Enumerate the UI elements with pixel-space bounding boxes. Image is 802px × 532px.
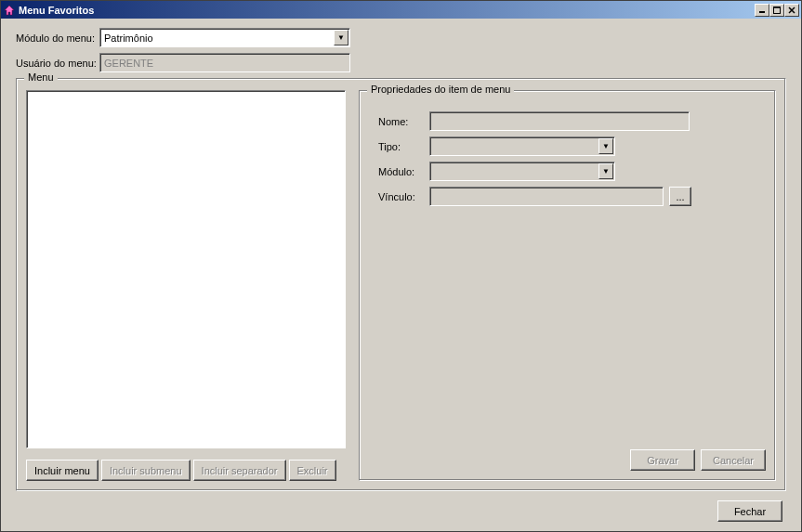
- nome-row: Nome:: [378, 111, 756, 131]
- footer: Fechar: [16, 491, 786, 522]
- tipo-input: [429, 136, 615, 156]
- home-icon: [3, 4, 16, 17]
- close-button[interactable]: [784, 4, 799, 17]
- tipo-label: Tipo:: [378, 141, 429, 152]
- modulo-combo[interactable]: ▼: [429, 162, 615, 181]
- modulo-menu-row: Módulo do menu: ▼: [16, 28, 786, 47]
- tipo-combo[interactable]: ▼: [429, 136, 615, 156]
- fechar-button[interactable]: Fechar: [717, 500, 782, 522]
- nome-input: [429, 111, 690, 131]
- modulo-row: Módulo: ▼: [378, 162, 756, 181]
- props-buttons: Gravar Cancelar: [630, 449, 766, 471]
- vinculo-input: [429, 187, 664, 206]
- props-inner: Nome: Tipo: ▼ Módulo: [369, 102, 766, 206]
- vinculo-row: Vínculo: ...: [378, 187, 756, 206]
- svg-marker-0: [5, 6, 14, 15]
- incluir-submenu-button: Incluir submenu: [101, 460, 191, 481]
- vinculo-label: Vínculo:: [378, 191, 429, 202]
- incluir-menu-button[interactable]: Incluir menu: [26, 460, 99, 481]
- window-title: Menu Favoritos: [19, 5, 755, 16]
- usuario-menu-input: [99, 53, 350, 72]
- modulo-menu-label: Módulo do menu:: [16, 32, 99, 44]
- minimize-button[interactable]: [755, 4, 769, 17]
- modulo-label: Módulo:: [378, 166, 429, 177]
- chevron-down-icon[interactable]: ▼: [598, 163, 613, 179]
- menu-left-column: Incluir menu Incluir submenu Incluir sep…: [26, 90, 346, 481]
- excluir-button: Excluir: [289, 460, 336, 481]
- window-controls: [755, 4, 799, 17]
- menu-content: Incluir menu Incluir submenu Incluir sep…: [26, 90, 776, 481]
- props-fieldset: Propriedades do item de menu Nome: Tipo:: [359, 90, 776, 481]
- vinculo-browse-button[interactable]: ...: [669, 187, 691, 206]
- incluir-separador-button: Incluir separador: [193, 460, 286, 481]
- menu-fieldset: Menu Incluir menu Incluir submenu Inclui…: [16, 78, 786, 491]
- modulo-input: [429, 162, 615, 181]
- tipo-row: Tipo: ▼: [378, 136, 756, 156]
- usuario-menu-label: Usuário do menu:: [16, 58, 99, 69]
- titlebar: Menu Favoritos: [1, 1, 801, 19]
- menu-button-row: Incluir menu Incluir submenu Incluir sep…: [26, 460, 346, 481]
- gravar-button: Gravar: [630, 449, 695, 471]
- menu-right-column: Propriedades do item de menu Nome: Tipo:: [359, 90, 776, 481]
- chevron-down-icon[interactable]: ▼: [598, 138, 613, 154]
- modulo-menu-combo[interactable]: ▼: [99, 28, 350, 47]
- menu-tree[interactable]: [26, 90, 346, 448]
- chevron-down-icon[interactable]: ▼: [334, 30, 348, 45]
- nome-label: Nome:: [378, 116, 429, 127]
- window: Menu Favoritos Módulo do menu: ▼ Usuário…: [0, 0, 802, 532]
- maximize-button[interactable]: [769, 4, 784, 17]
- modulo-menu-input[interactable]: [99, 28, 350, 47]
- cancelar-button: Cancelar: [701, 449, 766, 471]
- usuario-menu-row: Usuário do menu:: [16, 53, 786, 72]
- props-legend: Propriedades do item de menu: [367, 84, 514, 95]
- menu-legend: Menu: [24, 71, 58, 83]
- window-body: Módulo do menu: ▼ Usuário do menu: Menu …: [1, 19, 801, 531]
